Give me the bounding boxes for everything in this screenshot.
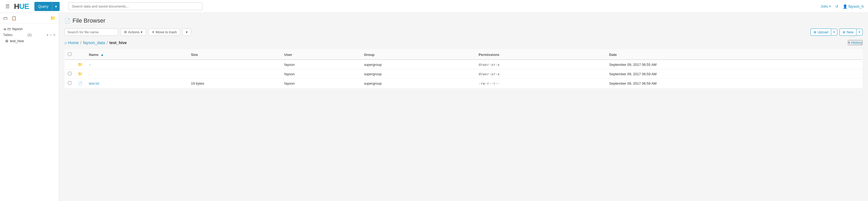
- row-user-col: fayson: [281, 79, 361, 88]
- user-icon: 👤: [843, 4, 848, 8]
- row-perms-col: -rw-r--r--: [475, 79, 606, 88]
- table-grid-icon: ⊞: [5, 39, 8, 43]
- row-name-col: ↑: [86, 60, 188, 69]
- move-to-trash-button[interactable]: ✕ Move to trash: [148, 28, 181, 36]
- more-caret-icon: ▾: [186, 30, 188, 34]
- navbar: ☰ HUE Query ▾ Jobs ≡ ↺ 👤 fayson_h: [0, 0, 868, 13]
- header-name[interactable]: Name ▲: [86, 50, 188, 60]
- upload-caret-icon: ▾: [833, 30, 835, 34]
- row-icon-col: 📁: [75, 69, 86, 79]
- page-title: File Browser: [72, 17, 105, 24]
- select-all-checkbox[interactable]: [68, 52, 71, 56]
- header-size: Size: [188, 50, 281, 60]
- row-checkbox[interactable]: [68, 81, 71, 85]
- query-caret-icon[interactable]: ▾: [52, 2, 60, 11]
- tables-count: (1): [28, 33, 32, 37]
- table-row: 📄 test.txt 19 bytes fayson supergroup -r…: [65, 79, 863, 88]
- sidebar-item-test-hive[interactable]: ⊞ test_hive: [3, 38, 56, 44]
- trash-label: Move to trash: [156, 30, 177, 34]
- breadcrumb-sep-2: /: [106, 40, 108, 45]
- row-size-col: 19 bytes: [188, 79, 281, 88]
- global-search-input[interactable]: [68, 2, 203, 10]
- row-size-col: [188, 60, 281, 69]
- sidebar-folder-icon[interactable]: 📁: [50, 16, 56, 21]
- content-area: 📄 File Browser ⚙ Actions ▾ ✕ Move to tra…: [59, 13, 868, 201]
- home-label: Home: [68, 40, 79, 45]
- breadcrumb-fayson-data[interactable]: fayson_data: [83, 40, 105, 45]
- row-user-col: fayson: [281, 69, 361, 79]
- sidebar-db-icon[interactable]: 🗃: [3, 16, 7, 21]
- app-logo: HUE: [14, 2, 29, 11]
- actions-caret-icon: ▾: [141, 30, 143, 34]
- actions-button[interactable]: ⚙ Actions ▾: [120, 28, 146, 36]
- global-search: [68, 2, 203, 10]
- upload-plus-icon: ⊕: [813, 30, 816, 34]
- more-options-button[interactable]: ▾: [182, 28, 191, 36]
- folder-icon: 📁: [78, 62, 83, 67]
- new-caret-button[interactable]: ▾: [856, 29, 863, 35]
- sidebar-copy-icon[interactable]: 📋: [11, 16, 17, 21]
- row-group-col: supergroup: [361, 60, 475, 69]
- page-header: 📄 File Browser: [64, 17, 863, 24]
- sidebar-actions: ▾ + ↻: [47, 33, 56, 37]
- sidebar-tables-header: Tables (1) ▾ + ↻: [3, 32, 56, 38]
- tables-label: Tables: [3, 33, 12, 37]
- file-table-body: 📁 ↑ fayson supergroup drwxr-xr-x Septemb…: [65, 60, 863, 88]
- breadcrumb-row: ⌂ Home / fayson_data / test_hive ▾ Histo…: [64, 40, 863, 45]
- trash-icon: ✕: [152, 30, 155, 34]
- row-icon-col: 📁: [75, 60, 86, 69]
- row-group-col: supergroup: [361, 79, 475, 88]
- history-button[interactable]: ▾ History: [848, 40, 863, 45]
- new-split-button: ⊕ New ▾: [840, 28, 863, 36]
- navbar-history-icon[interactable]: ↺: [835, 4, 838, 8]
- jobs-label: Jobs: [820, 4, 828, 8]
- logo-ue: UE: [19, 2, 29, 11]
- query-main-label[interactable]: Query: [34, 2, 52, 11]
- breadcrumb-home[interactable]: ⌂ Home: [64, 40, 79, 45]
- row-checkbox-col: [65, 79, 75, 88]
- db-name-label: fayson: [12, 27, 23, 31]
- upload-caret-button[interactable]: ▾: [831, 29, 837, 35]
- name-sort-icon: ▲: [100, 53, 104, 57]
- test-txt-link[interactable]: test.txt: [89, 81, 99, 85]
- home-icon: ⌂: [64, 40, 67, 45]
- name-header-label: Name: [89, 53, 98, 57]
- table-row: 📁 ↑ fayson supergroup drwxr-xr-x Septemb…: [65, 60, 863, 69]
- filter-icon[interactable]: ▾: [47, 33, 48, 37]
- hamburger-icon[interactable]: ☰: [4, 2, 11, 10]
- refresh-icon[interactable]: ↻: [53, 33, 56, 37]
- header-icon-col: [75, 50, 86, 60]
- jobs-button[interactable]: Jobs ≡: [820, 4, 831, 8]
- search-input[interactable]: [64, 28, 118, 36]
- new-caret-icon: ▾: [859, 30, 860, 34]
- history-label: History: [851, 40, 862, 45]
- row-checkbox[interactable]: [68, 72, 71, 75]
- actions-gear-icon: ⚙: [124, 30, 127, 34]
- user-menu[interactable]: 👤 fayson_h: [843, 4, 864, 8]
- toolbar-right: ⊕ Upload ▾ ⊕ New ▾: [810, 28, 863, 36]
- row-perms-col: drwxr-xr-x: [475, 60, 606, 69]
- new-main-button[interactable]: ⊕ New: [840, 28, 856, 36]
- back-arrow-icon: ◀: [3, 27, 6, 31]
- sidebar-db-section: ◀ 🗃 fayson Tables (1) ▾ + ↻ ⊞ test_hive: [0, 24, 59, 46]
- row-checkbox-col: [65, 69, 75, 79]
- row-group-col: supergroup: [361, 69, 475, 79]
- row-name-col: test.txt: [86, 79, 188, 88]
- query-button[interactable]: Query ▾: [34, 2, 60, 11]
- up-dir-link[interactable]: ↑: [89, 63, 91, 67]
- file-table: Name ▲ Size User Group Permissions Date …: [64, 50, 863, 88]
- file-browser-toolbar: ⚙ Actions ▾ ✕ Move to trash ▾ ⊕ Upload ▾: [64, 28, 863, 36]
- actions-label: Actions: [128, 30, 140, 34]
- header-checkbox-col: [65, 50, 75, 60]
- folder-icon: 📁: [78, 72, 83, 76]
- main-layout: 🗃 📋 📁 ◀ 🗃 fayson Tables (1) ▾ + ↻ ⊞: [0, 13, 868, 201]
- breadcrumb-sep-1: /: [80, 40, 82, 45]
- header-permissions: Permissions: [475, 50, 606, 60]
- row-name-col: .: [86, 69, 188, 79]
- new-label: New: [846, 30, 854, 34]
- row-date-col: September 09, 2017 06:55 AM: [606, 60, 862, 69]
- add-table-icon[interactable]: +: [50, 33, 52, 37]
- sidebar-db-header[interactable]: ◀ 🗃 fayson: [3, 26, 56, 32]
- header-group: Group: [361, 50, 475, 60]
- upload-main-button[interactable]: ⊕ Upload: [810, 28, 831, 36]
